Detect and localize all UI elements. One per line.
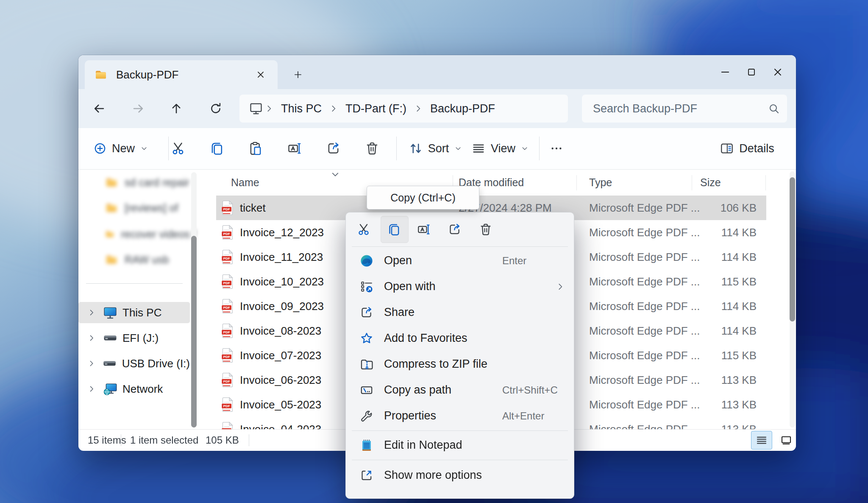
file-name: Invoice_04-2023	[240, 423, 321, 430]
breadcrumb-this-pc[interactable]: This PC	[275, 102, 328, 115]
tab-backup-pdf[interactable]: Backup-PDF	[85, 60, 278, 89]
see-more-button[interactable]	[545, 136, 568, 161]
chevron-right-icon[interactable]	[87, 384, 96, 394]
cut-button[interactable]	[166, 136, 190, 161]
details-pane-button[interactable]: Details	[710, 136, 784, 161]
pdf-file-icon	[221, 372, 234, 388]
sort-label: Sort	[428, 142, 449, 155]
thumbnail-view-toggle[interactable]	[776, 431, 797, 450]
chevron-right-icon[interactable]	[87, 308, 96, 317]
chevron-down-icon	[140, 144, 148, 153]
column-header-type[interactable]: Type	[589, 176, 612, 189]
file-list-scrollbar[interactable]	[790, 171, 795, 428]
column-header-name[interactable]: Name	[231, 176, 259, 189]
column-divider[interactable]	[765, 175, 766, 190]
sidebar-item-pinned-folder[interactable]: RAW usb	[105, 249, 196, 270]
column-divider[interactable]	[576, 175, 577, 190]
menu-item-edit-in-notepad[interactable]: Edit in Notepad	[348, 432, 571, 458]
sidebar-scrollbar[interactable]	[191, 172, 197, 427]
menu-separator	[352, 460, 568, 460]
breadcrumb-td-part[interactable]: TD-Part (F:)	[339, 102, 412, 115]
this-pc-icon[interactable]	[249, 101, 263, 116]
pdf-file-icon	[221, 200, 234, 215]
open-with-icon	[359, 279, 374, 294]
sort-button[interactable]: Sort	[405, 136, 466, 161]
search-input[interactable]	[592, 102, 768, 116]
menu-item-show-more-options[interactable]: Show more options	[348, 462, 571, 488]
maximize-icon	[746, 66, 757, 78]
sidebar-item-pinned-folder[interactable]: sd card repair	[105, 172, 196, 193]
breadcrumb-backup-pdf[interactable]: Backup-PDF	[424, 102, 501, 115]
search-box	[582, 95, 787, 123]
scrollbar-thumb[interactable]	[191, 236, 197, 428]
copy-icon	[387, 222, 401, 237]
cut-icon	[356, 222, 371, 237]
rename-button[interactable]	[283, 136, 306, 161]
chevron-down-icon	[520, 144, 529, 153]
refresh-button[interactable]	[205, 98, 226, 119]
minimize-button[interactable]	[712, 60, 738, 84]
menu-item-open[interactable]: Open Enter	[348, 248, 571, 274]
new-button[interactable]: New	[91, 136, 150, 161]
menu-delete-button[interactable]	[474, 217, 498, 242]
menu-item-share[interactable]: Share	[348, 299, 571, 325]
notepad-icon	[359, 438, 374, 453]
search-icon[interactable]	[768, 102, 780, 115]
delete-button[interactable]	[360, 136, 384, 161]
desktop: Backup-PDF	[0, 0, 868, 503]
back-button[interactable]	[89, 98, 110, 119]
menu-item-open-with[interactable]: Open with	[348, 274, 571, 299]
minimize-icon	[719, 66, 731, 78]
file-name: Invoice_05-2023	[240, 398, 321, 411]
file-size: 114 KB	[677, 300, 757, 313]
back-arrow-icon	[92, 102, 106, 115]
menu-separator	[352, 430, 568, 431]
close-tab-button[interactable]	[251, 65, 270, 84]
new-tab-button[interactable]	[288, 65, 308, 84]
file-size: 114 KB	[677, 324, 757, 338]
folder-icon	[105, 201, 118, 215]
paste-button[interactable]	[244, 136, 267, 161]
column-divider[interactable]	[692, 175, 692, 190]
pdf-file-icon	[221, 299, 234, 314]
chevron-right-icon[interactable]	[87, 333, 96, 343]
share-icon	[448, 222, 462, 237]
menu-item-properties[interactable]: Properties Alt+Enter	[348, 403, 571, 429]
toolbar-separator	[539, 137, 540, 160]
sidebar-item-pinned-folder[interactable]: [reviews] of	[105, 197, 196, 218]
address-bar-row: This PC TD-Part (F:) Backup-PDF	[78, 89, 796, 128]
show-more-icon	[359, 468, 374, 483]
up-button[interactable]	[166, 98, 187, 119]
menu-share-button[interactable]	[443, 217, 467, 242]
sidebar-item-efi[interactable]: EFI (J:)	[78, 327, 190, 349]
sidebar-item-usb-drive[interactable]: USB Drive (I:)	[78, 353, 190, 374]
scrollbar-thumb[interactable]	[790, 177, 795, 321]
sidebar-item-this-pc[interactable]: This PC	[78, 302, 190, 323]
status-divider	[249, 434, 249, 446]
menu-copy-button[interactable]	[382, 217, 406, 242]
menu-rename-button[interactable]	[412, 217, 436, 242]
chevron-right-icon[interactable]	[87, 359, 96, 368]
menu-shortcut: Enter	[502, 255, 526, 267]
menu-item-compress-zip[interactable]: Compress to ZIP file	[348, 351, 571, 377]
details-view-toggle[interactable]	[751, 431, 772, 450]
menu-item-copy-as-path[interactable]: Copy as path Ctrl+Shift+C	[348, 377, 571, 403]
star-icon	[359, 331, 374, 346]
forward-button[interactable]	[128, 98, 149, 119]
sidebar-item-pinned-folder[interactable]: recover videos f	[105, 224, 196, 245]
menu-item-add-to-favorites[interactable]: Add to Favorites	[348, 325, 571, 351]
edge-icon	[359, 254, 374, 268]
view-button[interactable]: View	[468, 136, 532, 161]
context-menu: Open Enter Open with Share Add to Favori…	[345, 212, 574, 499]
sidebar-item-network[interactable]: Network	[78, 378, 190, 400]
copy-button[interactable]	[205, 136, 229, 161]
menu-cut-button[interactable]	[352, 217, 376, 242]
sidebar-separator	[86, 283, 183, 284]
selection-size: 105 KB	[206, 434, 239, 446]
close-window-button[interactable]	[765, 60, 791, 84]
share-button[interactable]	[322, 136, 345, 161]
rename-icon	[287, 141, 302, 156]
maximize-button[interactable]	[738, 60, 765, 84]
column-header-size[interactable]: Size	[700, 176, 721, 189]
chevron-right-icon	[328, 103, 339, 114]
